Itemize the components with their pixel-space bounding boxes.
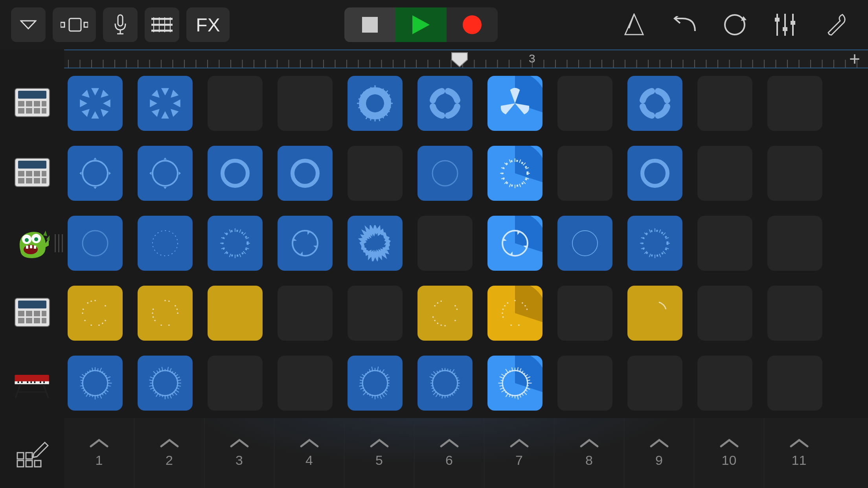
- svg-point-202: [90, 325, 92, 326]
- empty-loop-cell[interactable]: [627, 356, 682, 411]
- scene-trigger[interactable]: 9: [624, 418, 694, 488]
- empty-loop-cell[interactable]: [557, 76, 612, 131]
- loop-cell[interactable]: [68, 286, 123, 341]
- add-section-button[interactable]: +: [849, 50, 860, 68]
- tracks-view-button[interactable]: [53, 7, 96, 42]
- loop-button[interactable]: [713, 7, 756, 42]
- empty-loop-cell[interactable]: [278, 76, 333, 131]
- timeline-ruler[interactable]: 3 +: [64, 50, 868, 68]
- play-button[interactable]: [395, 7, 447, 42]
- svg-point-206: [87, 302, 88, 304]
- loop-cell[interactable]: [348, 216, 403, 271]
- loop-cell[interactable]: [208, 146, 263, 201]
- empty-loop-cell[interactable]: [278, 286, 333, 341]
- loop-cell[interactable]: [138, 76, 193, 131]
- loop-waveform-icon: [77, 225, 113, 261]
- chevron-up-icon: [440, 438, 459, 448]
- empty-loop-cell[interactable]: [208, 356, 263, 411]
- empty-loop-cell[interactable]: [767, 216, 822, 271]
- playhead-icon[interactable]: [451, 52, 468, 68]
- scene-trigger[interactable]: 10: [694, 418, 764, 488]
- empty-loop-cell[interactable]: [697, 356, 752, 411]
- empty-loop-cell[interactable]: [348, 146, 403, 201]
- empty-loop-cell[interactable]: [557, 356, 612, 411]
- loop-cell[interactable]: [278, 146, 333, 201]
- loop-cell[interactable]: [68, 76, 123, 131]
- empty-loop-cell[interactable]: [767, 286, 822, 341]
- metronome-button[interactable]: [612, 7, 656, 42]
- scene-trigger[interactable]: 2: [134, 418, 204, 488]
- loop-cell[interactable]: [208, 216, 263, 271]
- scene-trigger[interactable]: 8: [554, 418, 624, 488]
- empty-loop-cell[interactable]: [767, 76, 822, 131]
- loop-cell[interactable]: [138, 286, 193, 341]
- record-button[interactable]: [447, 7, 498, 42]
- track-header[interactable]: [0, 138, 64, 208]
- empty-loop-cell[interactable]: [767, 146, 822, 201]
- scene-trigger[interactable]: 5: [344, 418, 414, 488]
- loop-cell[interactable]: [138, 146, 193, 201]
- loop-cell[interactable]: [417, 146, 473, 201]
- mixer-button[interactable]: [763, 7, 807, 42]
- track-header[interactable]: [0, 68, 64, 138]
- svg-point-131: [223, 161, 248, 186]
- fx-button[interactable]: FX: [186, 7, 230, 42]
- loop-cell[interactable]: [627, 146, 682, 201]
- loop-cell[interactable]: [138, 356, 193, 411]
- scene-trigger[interactable]: 7: [484, 418, 554, 488]
- loop-cell[interactable]: [487, 356, 542, 411]
- undo-button[interactable]: [663, 7, 706, 42]
- edit-grid-button[interactable]: [16, 438, 49, 468]
- scene-trigger[interactable]: 1: [64, 418, 134, 488]
- loop-cell[interactable]: [417, 356, 473, 411]
- loop-cell[interactable]: [627, 76, 682, 131]
- loop-cell[interactable]: [278, 216, 333, 271]
- empty-loop-cell[interactable]: [767, 356, 822, 411]
- loop-cell[interactable]: [487, 286, 542, 341]
- empty-loop-cell[interactable]: [348, 286, 403, 341]
- empty-loop-cell[interactable]: [557, 286, 612, 341]
- menu-dropdown-button[interactable]: [11, 7, 46, 42]
- grid-view-button[interactable]: [145, 7, 179, 42]
- scene-trigger[interactable]: 4: [274, 418, 344, 488]
- track-header[interactable]: [0, 208, 64, 278]
- svg-line-380: [523, 391, 526, 394]
- track-header[interactable]: [0, 278, 64, 348]
- empty-loop-cell[interactable]: [208, 76, 263, 131]
- empty-loop-cell[interactable]: [697, 286, 752, 341]
- loop-cell[interactable]: [348, 356, 403, 411]
- svg-line-297: [153, 371, 157, 375]
- svg-point-199: [105, 320, 106, 321]
- loop-cell[interactable]: [487, 216, 542, 271]
- loop-cell[interactable]: [627, 216, 682, 271]
- empty-loop-cell[interactable]: [278, 356, 333, 411]
- loop-cell[interactable]: [68, 356, 123, 411]
- stop-button[interactable]: [344, 7, 395, 42]
- loop-cell[interactable]: [68, 216, 123, 271]
- empty-loop-cell[interactable]: [697, 76, 752, 131]
- settings-wrench-button[interactable]: [814, 7, 857, 42]
- scene-trigger[interactable]: 3: [204, 418, 274, 488]
- empty-loop-cell[interactable]: [697, 146, 752, 201]
- loop-cell[interactable]: [487, 76, 542, 131]
- microphone-button[interactable]: [103, 7, 138, 42]
- loop-cell[interactable]: [348, 76, 403, 131]
- loop-cell[interactable]: [487, 146, 542, 201]
- chevron-up-icon: [579, 438, 599, 448]
- loop-cell[interactable]: [68, 146, 123, 201]
- loop-cell[interactable]: [627, 286, 682, 341]
- scene-trigger[interactable]: 11: [764, 418, 834, 488]
- row-drag-handle[interactable]: [53, 233, 64, 253]
- empty-loop-cell[interactable]: [557, 146, 612, 201]
- loop-cell[interactable]: [417, 286, 473, 341]
- loop-cell[interactable]: [138, 216, 193, 271]
- svg-rect-412: [35, 460, 41, 467]
- loop-cell[interactable]: [208, 286, 263, 341]
- scene-trigger[interactable]: 6: [414, 418, 484, 488]
- loop-cell[interactable]: [557, 216, 612, 271]
- svg-point-231: [456, 308, 458, 310]
- empty-loop-cell[interactable]: [417, 216, 473, 271]
- track-header[interactable]: [0, 348, 64, 418]
- loop-cell[interactable]: [417, 76, 473, 131]
- empty-loop-cell[interactable]: [697, 216, 752, 271]
